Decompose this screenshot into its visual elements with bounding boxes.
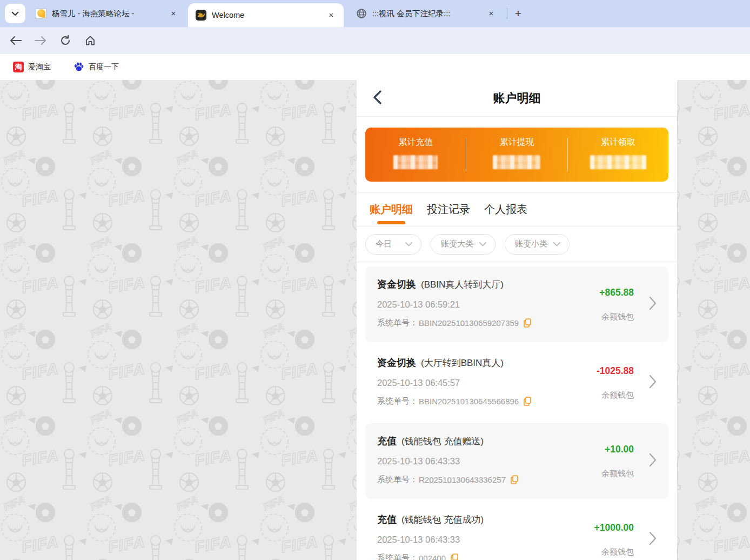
filter-major-category-dropdown[interactable]: 账变大类 xyxy=(431,234,495,255)
filter-date-dropdown[interactable]: 今日 xyxy=(365,234,421,255)
order-number: R202510130643336257 xyxy=(419,475,506,484)
chevron-down-icon xyxy=(11,11,19,16)
transaction-amount: -1025.88 xyxy=(558,365,634,377)
order-label: 系统单号： xyxy=(377,318,418,328)
back-chevron-button[interactable] xyxy=(373,90,381,106)
chevron-down-icon xyxy=(405,242,412,246)
copy-icon[interactable] xyxy=(511,475,518,484)
tab-label: 个人报表 xyxy=(484,202,527,217)
order-label: 系统单号： xyxy=(377,396,418,406)
wallet-type: 余额钱包 xyxy=(558,312,634,322)
active-tab-underline xyxy=(377,221,405,224)
transaction-time: 2025-10-13 06:45:57 xyxy=(377,378,657,388)
transaction-type: 资金切换 xyxy=(377,278,416,291)
filter-row: 今日 账变大类 账变小类 xyxy=(357,226,677,262)
order-label: 系统单号： xyxy=(377,553,418,560)
tab-label: 投注记录 xyxy=(427,202,470,217)
page-header: 账户明细 xyxy=(357,80,677,117)
bookmark-label: 百度一下 xyxy=(89,62,119,72)
transaction-time: 2025-10-13 06:43:33 xyxy=(377,535,657,545)
reload-button[interactable] xyxy=(56,31,75,50)
summary-total-deposit: 累计充值 xyxy=(365,128,466,182)
filter-label: 账变小类 xyxy=(515,239,547,249)
chevron-down-icon xyxy=(479,242,486,246)
summary-label: 累计充值 xyxy=(398,137,433,148)
back-arrow-icon xyxy=(10,36,22,45)
report-tabs: 账户明细 投注记录 个人报表 xyxy=(357,193,677,226)
reload-icon xyxy=(60,35,71,46)
bookmark-taobao[interactable]: 淘 爱淘宝 xyxy=(9,59,55,75)
chevron-right-icon[interactable] xyxy=(649,531,657,548)
tab-betting-records[interactable]: :::视讯 会员下注纪录::: × xyxy=(349,0,504,27)
bookmark-baidu[interactable]: 百度一下 xyxy=(69,59,123,75)
tab-separator xyxy=(507,8,507,19)
filter-label: 账变大类 xyxy=(441,239,473,249)
order-number: BBIN202510130659207359 xyxy=(419,318,519,328)
copy-icon[interactable] xyxy=(451,554,458,560)
tab-title: :::视讯 会员下注纪录::: xyxy=(372,9,480,19)
summary-section: 累计充值 累计提现 累计领取 xyxy=(357,117,677,193)
wallet-type: 余额钱包 xyxy=(558,547,634,557)
tab-account-detail[interactable]: 账户明细 xyxy=(370,193,413,226)
close-icon[interactable]: × xyxy=(325,9,337,21)
transaction-amount: +1000.00 xyxy=(558,522,634,534)
order-label: 系统单号： xyxy=(377,475,418,485)
taobao-icon: 淘 xyxy=(13,62,24,72)
order-number: 002400 xyxy=(419,554,446,560)
browser-toolbar: 175616.cc/reports/index xyxy=(0,27,750,54)
tab-search-button[interactable] xyxy=(5,4,25,23)
transaction-time: 2025-10-13 06:59:21 xyxy=(377,299,657,310)
tab-label: 账户明细 xyxy=(370,202,413,217)
transaction-row[interactable]: 充值 (钱能钱包 充值成功) 2025-10-13 06:43:33 系统单号：… xyxy=(365,502,668,560)
transaction-type: 资金切换 xyxy=(377,356,416,369)
close-icon[interactable]: × xyxy=(485,8,497,19)
account-detail-panel: 账户明细 累计充值 累计提现 累计领取 xyxy=(357,80,677,560)
chevron-down-icon xyxy=(553,242,560,246)
chevron-right-icon[interactable] xyxy=(649,296,657,312)
bookmarks-bar: 淘 爱淘宝 百度一下 xyxy=(0,54,750,80)
transaction-type: 充值 xyxy=(377,435,397,448)
transaction-row[interactable]: 资金切换 (大厅转到BBIN真人) 2025-10-13 06:45:57 系统… xyxy=(365,345,668,421)
tab-title: Welcome xyxy=(212,11,320,19)
transaction-list: 资金切换 (BBIN真人转到大厅) 2025-10-13 06:59:21 系统… xyxy=(357,262,677,560)
chevron-left-icon xyxy=(373,90,381,104)
forward-arrow-icon xyxy=(35,36,46,45)
transaction-note: (BBIN真人转到大厅) xyxy=(421,278,504,291)
copy-icon[interactable] xyxy=(524,318,531,328)
tab-forum[interactable]: 杨雪儿 - 海燕策略论坛 - × xyxy=(28,0,186,27)
transaction-note: (钱能钱包 充值赠送) xyxy=(401,435,484,448)
new-tab-button[interactable]: + xyxy=(511,6,526,21)
wallet-type: 余额钱包 xyxy=(558,469,634,479)
wallet-type: 余额钱包 xyxy=(558,390,634,401)
globe-icon xyxy=(356,8,367,19)
summary-total-withdraw: 累计提现 xyxy=(466,128,567,182)
browser-tab-strip: 杨雪儿 - 海燕策略论坛 - × Welcome × :::视讯 会员下注纪录:… xyxy=(0,0,750,27)
tab-bet-records[interactable]: 投注记录 xyxy=(427,193,470,226)
transaction-row[interactable]: 充值 (钱能钱包 充值赠送) 2025-10-13 06:43:33 系统单号：… xyxy=(365,423,668,499)
filter-label: 今日 xyxy=(376,239,392,249)
summary-card: 累计充值 累计提现 累计领取 xyxy=(365,128,668,182)
bookmark-label: 爱淘宝 xyxy=(28,62,51,72)
transaction-row[interactable]: 资金切换 (BBIN真人转到大厅) 2025-10-13 06:59:21 系统… xyxy=(365,266,668,342)
tab-welcome[interactable]: Welcome × xyxy=(188,3,344,27)
filter-minor-category-dropdown[interactable]: 账变小类 xyxy=(505,234,570,255)
chevron-right-icon[interactable] xyxy=(649,375,657,391)
home-icon xyxy=(85,35,96,46)
transaction-amount: +10.00 xyxy=(558,444,634,455)
summary-total-claimed: 累计领取 xyxy=(568,128,668,182)
chevron-right-icon[interactable] xyxy=(649,453,657,469)
transaction-note: (大厅转到BBIN真人) xyxy=(421,357,504,369)
summary-label: 累计领取 xyxy=(601,137,635,148)
close-icon[interactable]: × xyxy=(168,8,179,19)
copy-icon[interactable] xyxy=(524,397,531,406)
order-number: BBIN202510130645566896 xyxy=(419,397,519,406)
tab-personal-report[interactable]: 个人报表 xyxy=(484,193,527,226)
home-button[interactable] xyxy=(81,31,99,50)
forward-button[interactable] xyxy=(31,31,50,50)
page-viewport: FIFA FIFA xyxy=(0,80,750,560)
summary-label: 累计提现 xyxy=(499,137,534,148)
forum-favicon-icon xyxy=(36,8,46,19)
transaction-type: 充值 xyxy=(377,513,397,526)
redacted-value xyxy=(393,155,438,169)
back-button[interactable] xyxy=(6,31,25,50)
